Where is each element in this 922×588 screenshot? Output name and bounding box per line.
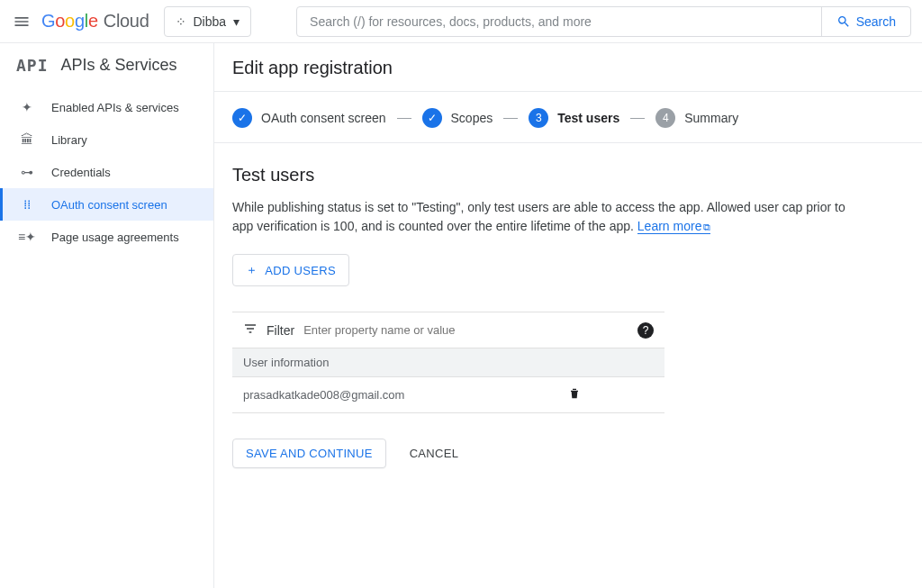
sidebar-item-label: Credentials — [51, 166, 111, 179]
step-number: 3 — [529, 108, 548, 128]
section-description: While publishing status is set to "Testi… — [232, 198, 863, 236]
sidebar: API APIs & Services ✦ Enabled APIs & ser… — [0, 43, 214, 588]
table-header: User information — [232, 348, 664, 376]
filter-label: Filter — [267, 323, 294, 338]
user-email: prasadkatkade008@gmail.com — [243, 388, 404, 402]
sidebar-item-label: OAuth consent screen — [51, 198, 167, 212]
step-test-users[interactable]: 3 Test users — [529, 108, 619, 128]
filter-icon — [243, 321, 258, 339]
external-link-icon: ⧉ — [703, 222, 710, 232]
page-title: Edit app registration — [214, 43, 922, 92]
menu-icon[interactable] — [11, 11, 32, 32]
learn-more-link[interactable]: Learn more⧉ — [637, 219, 711, 234]
check-icon — [422, 108, 442, 128]
search-button-label: Search — [856, 14, 896, 29]
step-separator — [503, 118, 518, 119]
search-icon — [836, 14, 851, 29]
plus-icon: ＋ — [246, 262, 258, 278]
step-label: Scopes — [451, 111, 493, 125]
key-icon: ⊶ — [19, 165, 35, 179]
project-name: Dibba — [194, 14, 227, 29]
consent-icon: ⁞⁞ — [19, 197, 35, 212]
check-icon — [232, 108, 252, 128]
add-users-label: ADD USERS — [265, 264, 336, 277]
step-label: Summary — [684, 111, 738, 125]
users-table: Filter ? User information prasadkatkade0… — [232, 312, 664, 413]
stepper: OAuth consent screen Scopes 3 Test users… — [214, 92, 922, 143]
sidebar-item-oauth-consent[interactable]: ⁞⁞ OAuth consent screen — [0, 188, 213, 221]
project-icon: ⁘ — [176, 14, 186, 29]
top-bar: Google Cloud ⁘ Dibba ▾ Search — [0, 0, 922, 43]
step-oauth-consent[interactable]: OAuth consent screen — [232, 108, 386, 128]
step-number: 4 — [655, 108, 675, 128]
cancel-button[interactable]: CANCEL — [401, 439, 468, 468]
main-content: Edit app registration OAuth consent scre… — [214, 43, 922, 588]
section-heading: Test users — [232, 165, 863, 185]
agreements-icon: ≡✦ — [19, 230, 35, 244]
cloud-label: Cloud — [104, 11, 149, 32]
google-cloud-logo[interactable]: Google Cloud — [41, 11, 149, 32]
search-input[interactable] — [297, 14, 821, 29]
help-icon[interactable]: ? — [637, 322, 654, 339]
filter-input[interactable] — [303, 323, 628, 337]
step-scopes[interactable]: Scopes — [422, 108, 493, 128]
step-label: OAuth consent screen — [261, 111, 386, 125]
project-picker[interactable]: ⁘ Dibba ▾ — [164, 6, 252, 37]
sidebar-item-credentials[interactable]: ⊶ Credentials — [0, 156, 213, 188]
step-label: Test users — [557, 111, 619, 125]
step-separator — [397, 118, 411, 119]
api-icon: API — [16, 56, 49, 75]
sidebar-item-page-usage[interactable]: ≡✦ Page usage agreements — [0, 221, 213, 253]
chevron-down-icon: ▾ — [233, 14, 240, 29]
sidebar-item-library[interactable]: 🏛 Library — [0, 123, 213, 156]
library-icon: 🏛 — [19, 132, 35, 147]
diamond-icon: ✦ — [19, 100, 35, 114]
search-button[interactable]: Search — [821, 7, 910, 36]
step-separator — [630, 118, 645, 119]
product-name: APIs & Services — [61, 56, 177, 75]
sidebar-item-label: Library — [51, 133, 87, 147]
save-and-continue-button[interactable]: SAVE AND CONTINUE — [232, 439, 386, 468]
add-users-button[interactable]: ＋ ADD USERS — [232, 254, 349, 286]
sidebar-item-label: Page usage agreements — [51, 231, 179, 244]
search-bar: Search — [296, 6, 911, 37]
step-summary[interactable]: 4 Summary — [655, 108, 738, 128]
table-row: prasadkatkade008@gmail.com — [232, 376, 664, 413]
sidebar-item-label: Enabled APIs & services — [51, 101, 179, 114]
sidebar-item-enabled-apis[interactable]: ✦ Enabled APIs & services — [0, 91, 213, 123]
delete-icon[interactable] — [567, 386, 582, 403]
sidebar-title[interactable]: API APIs & Services — [0, 43, 213, 86]
